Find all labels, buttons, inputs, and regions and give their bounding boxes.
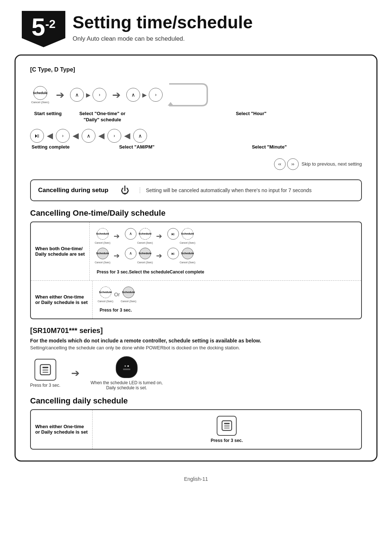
cancelling-setup-box: Cancelling during setup ⏻ Setting will b…	[30, 179, 362, 201]
schedule-button-icon: Schedule Cancel (3sec)	[31, 86, 49, 104]
or-text: Or	[114, 292, 120, 297]
setting-complete-label: Setting complete	[32, 144, 97, 150]
cancel-table-row-both: When both One-time/Daily schedule are se…	[31, 222, 361, 281]
mini-arrow1: ➔	[114, 232, 120, 240]
cancel-table-row-either: When either One-timeor Daily schedule is…	[31, 281, 361, 318]
svg-point-7	[124, 365, 126, 367]
either-schedule-text: When either One-timeor Daily schedule is…	[35, 294, 88, 305]
cd-type-label: [C Type, D Type]	[30, 66, 362, 73]
mini-arrow2: ➔	[156, 232, 162, 240]
sr-flow: Press for 3 sec. ➔ When the schedule LED…	[30, 356, 362, 390]
sched-f-cancel-lbl1: Cancel (3sec)	[95, 261, 110, 264]
either-dashed-outer: Schedule Cancel (3sec)	[100, 287, 111, 298]
cancel-daily-dock-icon	[217, 416, 237, 436]
cancel-3sec-label: Cancel (3sec)	[31, 101, 49, 104]
robot-svg	[120, 361, 133, 374]
svg-rect-11	[224, 426, 229, 426]
step-badge: 5 -2	[22, 11, 65, 47]
schedule-filled-btn2: Schedule	[139, 248, 151, 259]
header-text: Setting time/schedule Only Auto clean mo…	[73, 11, 253, 42]
mini-step-row2: Schedule Cancel (3sec) ➔ ∧ Schedule	[97, 248, 204, 264]
sr-press-label: Press for 3 sec.	[30, 383, 60, 388]
cancel-complete-label: Cancel complete	[170, 269, 204, 275]
chevron-outer1: ∧	[125, 228, 136, 240]
both-schedule-text: When both One-time/Daily schedule are se…	[35, 246, 85, 257]
chevron-up-btn4: ∧	[133, 129, 147, 143]
svg-point-5	[121, 362, 132, 372]
step-labels-row: Press for 3 sec. Select the schedule Can…	[97, 269, 204, 275]
select-schedule-label: Select the schedule	[129, 269, 170, 275]
chevron-outer2: ∧	[125, 248, 136, 259]
playpause-circle2: ⏯	[167, 248, 179, 259]
sched-cancel-lbl2: Cancel (3sec)	[137, 241, 153, 244]
arrow2: ➔	[112, 89, 121, 101]
playpause-outer1: ⏯	[167, 228, 179, 240]
header: 5 -2 Setting time/schedule Only Auto cle…	[0, 0, 392, 54]
sr-note: Setting/cancelling the schedule can only…	[30, 345, 362, 350]
schedule-outer3: Schedule Cancel (3sec)	[182, 228, 193, 240]
svg-marker-0	[168, 102, 173, 106]
sched-f-cancel-lbl3: Cancel (3sec)	[180, 261, 195, 264]
cancel-daily-dock-svg	[221, 419, 233, 432]
both-schedule-content: Schedule Cancel (3sec) ➔ ∧ Schedule	[90, 222, 361, 280]
step-number: 5	[32, 15, 45, 39]
chevron-up-btn3: ∧	[82, 129, 95, 143]
sr-arrow: ➔	[71, 367, 79, 379]
mini-chevron-group2: ∧ Schedule Cancel (3sec)	[125, 248, 151, 264]
cancelling-setup-desc: Setting will be canceled automatically w…	[140, 187, 354, 193]
dock-icon-item: Press for 3 sec.	[30, 359, 60, 388]
arrow-left2: ◀	[73, 131, 79, 141]
sr-section: [SR10M701*** series] For the models whic…	[30, 326, 362, 390]
arrow-left4: ◀	[124, 131, 130, 141]
svg-rect-10	[224, 423, 229, 425]
dock-icon	[34, 359, 56, 381]
cancel-daily-content: Press for 3 sec.	[93, 410, 361, 449]
robot-icon	[116, 356, 138, 378]
either-filled-outer: Schedule Cancel (3sec)	[123, 287, 134, 298]
schedule-filled-btn1: Schedule	[97, 248, 109, 259]
either-btns-row: Schedule Cancel (3sec) Or Schedule Cance…	[100, 287, 135, 303]
play-pause-btn: ⏯	[30, 129, 44, 143]
label-row-1: Start setting Select "One-time" or"Daily…	[30, 111, 362, 123]
cancel-schedule-table: When both One-time/Daily schedule are se…	[30, 222, 362, 319]
svg-rect-2	[42, 367, 48, 368]
prev-btn1: ›	[56, 129, 70, 143]
cancel-daily-press-label: Press for 3 sec.	[211, 438, 243, 443]
step-sub: -2	[45, 17, 56, 31]
svg-point-8	[127, 365, 129, 367]
both-schedule-label: When both One-time/Daily schedule are se…	[31, 222, 90, 280]
label-row-2: Setting complete Select "AM/PM" Select "…	[30, 144, 362, 150]
schedule-circle-btn3: Schedule	[182, 228, 193, 240]
mini-arrow4: ➔	[156, 251, 162, 260]
sr-led-label: When the schedule LED is turned on,Daily…	[90, 380, 163, 390]
main-content-box: [C Type, D Type] Schedule Cancel (3sec) …	[15, 54, 377, 462]
play-icon1: ▶	[86, 92, 90, 98]
schedule-outer2: Schedule Cancel (3sec)	[139, 228, 151, 240]
curved-return-arrow	[166, 80, 209, 109]
svg-rect-4	[42, 372, 48, 373]
svg-rect-3	[42, 370, 48, 370]
arrow-left1: ◀	[47, 131, 53, 141]
sched-cancel-lbl1: Cancel (3sec)	[95, 241, 110, 244]
schedule-circle-btn1: Schedule	[97, 228, 109, 240]
cancel-daily-row: When either One-timeor Daily schedule is…	[31, 410, 361, 449]
schedule-filled-outer1: Schedule Cancel (3sec)	[97, 248, 109, 259]
mini-arrow3: ➔	[114, 251, 120, 260]
skip-next-icon: ››	[287, 158, 299, 170]
either-cancel-lbl: Cancel (3sec)	[98, 300, 113, 303]
select-ampm-label: Select "AM/PM"	[97, 144, 177, 150]
either-sched-txt: Schedule	[99, 291, 112, 294]
skip-prev-icon: ‹‹	[274, 158, 286, 170]
sched-cancel-lbl3: Cancel (3sec)	[180, 241, 195, 244]
chevron-play-group2: ∧ ▶ ›	[126, 88, 163, 102]
play-icon2: ▶	[142, 92, 147, 98]
svg-rect-12	[224, 428, 229, 429]
schedule-filled-btn3: Schedule	[182, 248, 193, 259]
cancelling-schedule-title: Cancelling One-time/Daily schedule	[30, 208, 362, 218]
arrow-left3: ◀	[98, 131, 105, 141]
cancelling-setup-title: Cancelling during setup	[38, 187, 111, 194]
press3sec-label: Press for 3 sec.	[97, 269, 129, 275]
header-subtitle: Only Auto clean mode can be scheduled.	[73, 35, 253, 42]
mini-steps-both: Schedule Cancel (3sec) ➔ ∧ Schedule	[97, 228, 204, 275]
playpause-outer2: ⏯	[167, 248, 179, 259]
